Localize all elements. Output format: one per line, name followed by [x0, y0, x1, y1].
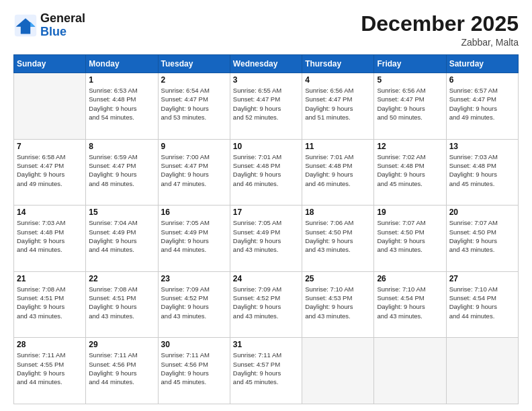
day-number: 3	[233, 75, 299, 85]
day-number: 16	[161, 208, 227, 217]
day-detail: Sunrise: 7:04 AMSunset: 4:49 PMDaylight:…	[89, 218, 154, 254]
day-number: 24	[233, 274, 299, 283]
calendar-cell: 2Sunrise: 6:54 AMSunset: 4:47 PMDaylight…	[158, 73, 230, 140]
day-detail: Sunrise: 7:01 AMSunset: 4:48 PMDaylight:…	[233, 152, 299, 188]
logo-icon	[13, 13, 38, 38]
day-number: 26	[377, 274, 443, 283]
month-title: December 2025	[361, 12, 519, 36]
day-detail: Sunrise: 7:02 AMSunset: 4:48 PMDaylight:…	[377, 152, 443, 188]
calendar-cell	[446, 338, 518, 404]
day-detail: Sunrise: 7:10 AMSunset: 4:54 PMDaylight:…	[377, 285, 443, 320]
day-detail: Sunrise: 7:03 AMSunset: 4:48 PMDaylight:…	[17, 218, 83, 254]
calendar-cell: 19Sunrise: 7:07 AMSunset: 4:50 PMDayligh…	[374, 205, 446, 272]
calendar-cell: 10Sunrise: 7:01 AMSunset: 4:48 PMDayligh…	[230, 139, 302, 205]
day-number: 5	[377, 75, 443, 85]
day-number: 21	[17, 274, 83, 283]
day-detail: Sunrise: 7:11 AMSunset: 4:57 PMDaylight:…	[233, 351, 299, 386]
calendar-cell: 5Sunrise: 6:56 AMSunset: 4:47 PMDaylight…	[374, 73, 446, 140]
calendar-cell: 4Sunrise: 6:56 AMSunset: 4:47 PMDaylight…	[302, 73, 374, 140]
page: General Blue December 2025 Zabbar, Malta…	[0, 0, 532, 411]
calendar: SundayMondayTuesdayWednesdayThursdayFrid…	[13, 54, 519, 404]
calendar-cell	[374, 338, 446, 404]
calendar-cell: 28Sunrise: 7:11 AMSunset: 4:55 PMDayligh…	[14, 338, 86, 404]
day-detail: Sunrise: 6:53 AMSunset: 4:48 PMDaylight:…	[89, 86, 154, 122]
day-number: 9	[161, 142, 227, 151]
calendar-cell: 24Sunrise: 7:09 AMSunset: 4:52 PMDayligh…	[230, 271, 302, 338]
calendar-cell: 9Sunrise: 7:00 AMSunset: 4:47 PMDaylight…	[158, 139, 230, 205]
logo-line2: Blue	[40, 26, 85, 39]
day-number: 1	[89, 75, 154, 85]
calendar-cell: 27Sunrise: 7:10 AMSunset: 4:54 PMDayligh…	[446, 271, 518, 338]
calendar-cell	[14, 73, 86, 140]
day-number: 27	[449, 274, 515, 283]
day-detail: Sunrise: 6:56 AMSunset: 4:47 PMDaylight:…	[305, 86, 371, 122]
calendar-cell: 26Sunrise: 7:10 AMSunset: 4:54 PMDayligh…	[374, 271, 446, 338]
calendar-cell: 29Sunrise: 7:11 AMSunset: 4:56 PMDayligh…	[86, 338, 158, 404]
day-detail: Sunrise: 6:59 AMSunset: 4:47 PMDaylight:…	[89, 152, 154, 188]
weekday-header: Monday	[86, 55, 158, 73]
day-number: 30	[161, 340, 227, 349]
day-detail: Sunrise: 6:56 AMSunset: 4:47 PMDaylight:…	[377, 86, 443, 122]
week-row: 14Sunrise: 7:03 AMSunset: 4:48 PMDayligh…	[14, 205, 519, 272]
day-detail: Sunrise: 7:07 AMSunset: 4:50 PMDaylight:…	[377, 218, 443, 254]
calendar-cell: 12Sunrise: 7:02 AMSunset: 4:48 PMDayligh…	[374, 139, 446, 205]
week-row: 28Sunrise: 7:11 AMSunset: 4:55 PMDayligh…	[14, 338, 519, 404]
day-detail: Sunrise: 7:08 AMSunset: 4:51 PMDaylight:…	[17, 285, 83, 320]
day-number: 18	[305, 208, 371, 217]
day-number: 19	[377, 208, 443, 217]
day-number: 10	[233, 142, 299, 151]
day-detail: Sunrise: 6:58 AMSunset: 4:47 PMDaylight:…	[17, 152, 83, 188]
day-number: 25	[305, 274, 371, 283]
calendar-cell: 14Sunrise: 7:03 AMSunset: 4:48 PMDayligh…	[14, 205, 86, 272]
day-number: 12	[377, 142, 443, 151]
day-detail: Sunrise: 7:05 AMSunset: 4:49 PMDaylight:…	[161, 218, 227, 254]
location: Zabbar, Malta	[361, 37, 519, 48]
day-number: 13	[449, 142, 515, 151]
weekday-header: Tuesday	[158, 55, 230, 73]
weekday-header: Sunday	[14, 55, 86, 73]
calendar-cell: 17Sunrise: 7:05 AMSunset: 4:49 PMDayligh…	[230, 205, 302, 272]
day-number: 2	[161, 75, 227, 85]
weekday-header: Thursday	[302, 55, 374, 73]
calendar-cell: 21Sunrise: 7:08 AMSunset: 4:51 PMDayligh…	[14, 271, 86, 338]
day-detail: Sunrise: 6:57 AMSunset: 4:47 PMDaylight:…	[449, 86, 515, 122]
header: General Blue December 2025 Zabbar, Malta	[13, 12, 519, 48]
day-detail: Sunrise: 7:03 AMSunset: 4:48 PMDaylight:…	[449, 152, 515, 188]
week-row: 7Sunrise: 6:58 AMSunset: 4:47 PMDaylight…	[14, 139, 519, 205]
day-detail: Sunrise: 7:01 AMSunset: 4:48 PMDaylight:…	[305, 152, 371, 188]
calendar-cell: 18Sunrise: 7:06 AMSunset: 4:50 PMDayligh…	[302, 205, 374, 272]
day-number: 6	[449, 75, 515, 85]
day-detail: Sunrise: 7:00 AMSunset: 4:47 PMDaylight:…	[161, 152, 227, 188]
day-number: 17	[233, 208, 299, 217]
logo-text: General Blue	[40, 12, 85, 39]
calendar-cell: 7Sunrise: 6:58 AMSunset: 4:47 PMDaylight…	[14, 139, 86, 205]
day-number: 15	[89, 208, 154, 217]
day-detail: Sunrise: 7:11 AMSunset: 4:56 PMDaylight:…	[161, 351, 227, 386]
day-number: 31	[233, 340, 299, 349]
title-block: December 2025 Zabbar, Malta	[361, 12, 519, 48]
day-detail: Sunrise: 7:08 AMSunset: 4:51 PMDaylight:…	[89, 285, 154, 320]
calendar-cell: 13Sunrise: 7:03 AMSunset: 4:48 PMDayligh…	[446, 139, 518, 205]
day-detail: Sunrise: 7:10 AMSunset: 4:53 PMDaylight:…	[305, 285, 371, 320]
day-number: 28	[17, 340, 83, 349]
day-number: 22	[89, 274, 154, 283]
week-row: 1Sunrise: 6:53 AMSunset: 4:48 PMDaylight…	[14, 73, 519, 140]
day-detail: Sunrise: 6:54 AMSunset: 4:47 PMDaylight:…	[161, 86, 227, 122]
calendar-cell: 15Sunrise: 7:04 AMSunset: 4:49 PMDayligh…	[86, 205, 158, 272]
calendar-cell: 31Sunrise: 7:11 AMSunset: 4:57 PMDayligh…	[230, 338, 302, 404]
day-detail: Sunrise: 7:05 AMSunset: 4:49 PMDaylight:…	[233, 218, 299, 254]
week-row: 21Sunrise: 7:08 AMSunset: 4:51 PMDayligh…	[14, 271, 519, 338]
calendar-cell: 1Sunrise: 6:53 AMSunset: 4:48 PMDaylight…	[86, 73, 158, 140]
day-number: 8	[89, 142, 154, 151]
calendar-cell: 16Sunrise: 7:05 AMSunset: 4:49 PMDayligh…	[158, 205, 230, 272]
day-number: 4	[305, 75, 371, 85]
logo: General Blue	[13, 12, 85, 39]
weekday-header-row: SundayMondayTuesdayWednesdayThursdayFrid…	[14, 55, 519, 73]
calendar-cell: 22Sunrise: 7:08 AMSunset: 4:51 PMDayligh…	[86, 271, 158, 338]
weekday-header: Saturday	[446, 55, 518, 73]
calendar-cell: 30Sunrise: 7:11 AMSunset: 4:56 PMDayligh…	[158, 338, 230, 404]
calendar-cell: 6Sunrise: 6:57 AMSunset: 4:47 PMDaylight…	[446, 73, 518, 140]
calendar-cell	[302, 338, 374, 404]
day-number: 23	[161, 274, 227, 283]
day-detail: Sunrise: 7:06 AMSunset: 4:50 PMDaylight:…	[305, 218, 371, 254]
